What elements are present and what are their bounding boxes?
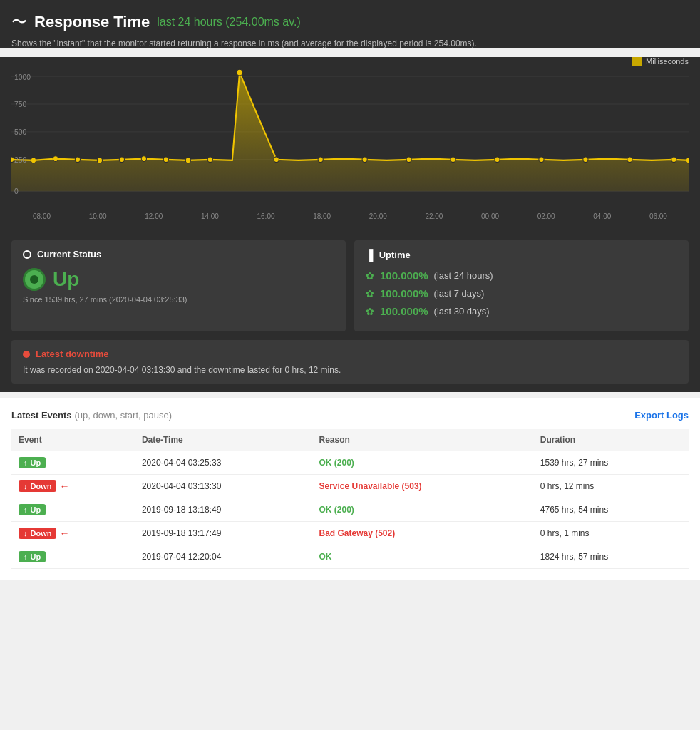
event-badge: ↑ Up	[19, 504, 46, 515]
uptime-period-2: (last 30 days)	[434, 306, 490, 317]
chart-container: Milliseconds	[0, 57, 700, 232]
badge-arrow-icon: ↑	[24, 552, 28, 561]
event-badge: ↑ Up	[19, 551, 46, 562]
legend-label: Milliseconds	[646, 57, 689, 66]
cell-reason: OK (200)	[312, 498, 532, 522]
x-label-4: 16:00	[257, 212, 275, 220]
svg-text:750: 750	[14, 100, 26, 108]
x-label-7: 22:00	[425, 212, 443, 220]
cell-duration: 0 hrs, 12 mins	[533, 475, 689, 498]
downtime-section: Latest downtime It was recorded on 2020-…	[0, 340, 700, 392]
uptime-pct-2: 100.000%	[380, 305, 428, 317]
svg-text:500: 500	[14, 128, 26, 136]
table-row: ↑ Up 2019-07-04 12:20:04 OK 1824 hrs, 57…	[11, 545, 689, 569]
star-icon-2: ✿	[366, 306, 374, 317]
x-axis-labels: 08:00 10:00 12:00 14:00 16:00 18:00 20:0…	[11, 211, 689, 226]
current-status-label: Current Status	[37, 249, 101, 259]
cell-datetime: 2019-09-18 13:17:49	[135, 522, 312, 545]
x-label-6: 20:00	[369, 212, 387, 220]
svg-point-20	[406, 157, 411, 163]
uptime-row-1: ✿ 100.000% (last 7 days)	[366, 287, 677, 299]
svg-point-24	[583, 157, 588, 163]
badge-arrow-icon: ↑	[24, 505, 28, 514]
events-table: Event Date-Time Reason Duration ↑ Up 202…	[11, 429, 689, 569]
x-label-0: 08:00	[33, 212, 51, 220]
status-up-row: Up	[23, 268, 334, 291]
legend-color-box	[632, 57, 642, 66]
svg-point-22	[495, 157, 500, 163]
uptime-pct-1: 100.000%	[380, 287, 428, 299]
col-reason: Reason	[312, 429, 532, 451]
svg-point-26	[671, 157, 676, 163]
downtime-text: It was recorded on 2020-04-04 03:13:30 a…	[23, 365, 677, 375]
cell-event: ↓ Down ←	[11, 522, 135, 545]
cell-duration: 1824 hrs, 57 mins	[533, 545, 689, 569]
star-icon-1: ✿	[366, 288, 374, 299]
page-title: Response Time	[34, 13, 150, 31]
cell-reason: OK	[312, 545, 532, 569]
status-circle-inner	[30, 275, 38, 284]
badge-arrow-icon: ↓	[24, 529, 28, 538]
svg-text:0: 0	[14, 186, 19, 195]
dot-red	[23, 351, 30, 358]
x-label-5: 18:00	[313, 212, 331, 220]
svg-point-14	[185, 158, 190, 163]
cell-duration: 0 hrs, 1 mins	[533, 522, 689, 545]
svg-point-16	[237, 69, 242, 76]
cell-datetime: 2019-07-04 12:20:04	[135, 545, 312, 569]
chart-legend: Milliseconds	[11, 57, 689, 66]
uptime-header: ▐ Uptime	[366, 249, 677, 261]
svg-point-17	[274, 157, 279, 163]
cell-event: ↑ Up	[11, 451, 135, 475]
downtime-title: Latest downtime	[36, 349, 109, 359]
downtime-header: Latest downtime	[23, 349, 677, 359]
current-status-card: Current Status Up Since 1539 hrs, 27 min…	[11, 240, 346, 331]
svg-point-19	[362, 157, 367, 163]
radio-icon	[23, 250, 31, 259]
svg-point-21	[451, 157, 455, 163]
badge-arrow-icon: ↑	[24, 458, 28, 467]
uptime-row-2: ✿ 100.000% (last 30 days)	[366, 305, 677, 317]
svg-point-27	[686, 158, 689, 163]
cell-duration: 4765 hrs, 54 mins	[533, 498, 689, 522]
svg-point-9	[75, 157, 80, 163]
x-label-1: 10:00	[89, 212, 107, 220]
uptime-card: ▐ Uptime ✿ 100.000% (last 24 hours) ✿ 10…	[354, 240, 689, 331]
status-row: Current Status Up Since 1539 hrs, 27 min…	[0, 232, 700, 340]
svg-point-8	[53, 156, 58, 162]
col-event: Event	[11, 429, 135, 451]
cell-event: ↑ Up	[11, 545, 135, 569]
cell-event: ↑ Up	[11, 498, 135, 522]
svg-point-13	[163, 157, 168, 163]
x-label-9: 02:00	[537, 212, 555, 220]
event-badge: ↑ Up	[19, 457, 46, 468]
table-row: ↑ Up 2019-09-18 13:18:49 OK (200) 4765 h…	[11, 498, 689, 522]
status-circle	[23, 268, 46, 291]
event-badge: ↓ Down	[19, 480, 56, 492]
table-row: ↓ Down ← 2019-09-18 13:17:49 Bad Gateway…	[11, 522, 689, 545]
events-header: Latest Events (up, down, start, pause) E…	[11, 409, 689, 421]
svg-text:250: 250	[14, 155, 26, 164]
event-badge: ↓ Down	[19, 528, 56, 539]
uptime-period-0: (last 24 hours)	[434, 270, 493, 281]
events-title: Latest Events (up, down, start, pause)	[11, 409, 172, 421]
svg-point-18	[318, 157, 323, 163]
chart-svg: 1000 750 500 250 0	[11, 68, 689, 211]
cell-datetime: 2020-04-04 03:13:30	[135, 475, 312, 498]
badge-arrow-icon: ↓	[24, 482, 28, 490]
cell-reason: OK (200)	[312, 451, 532, 475]
x-label-2: 12:00	[145, 212, 163, 220]
cell-reason: Service Unavailable (503)	[312, 475, 532, 498]
svg-point-6	[11, 157, 14, 163]
cell-datetime: 2019-09-18 13:18:49	[135, 498, 312, 522]
col-datetime: Date-Time	[135, 429, 312, 451]
svg-point-10	[97, 158, 102, 163]
svg-point-12	[141, 156, 146, 162]
table-row: ↓ Down ← 2020-04-04 03:13:30 Service Una…	[11, 475, 689, 498]
status-up-text: Up	[53, 268, 79, 291]
uptime-period-1: (last 7 days)	[434, 288, 485, 299]
export-logs-link[interactable]: Export Logs	[634, 410, 689, 421]
page-description: Shows the "instant" that the monitor sta…	[11, 38, 689, 48]
status-since: Since 1539 hrs, 27 mins (2020-04-04 03:2…	[23, 295, 334, 304]
cell-event: ↓ Down ←	[11, 475, 135, 498]
